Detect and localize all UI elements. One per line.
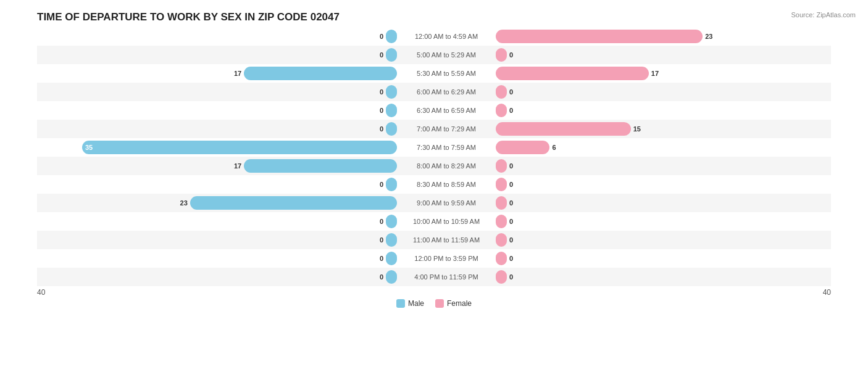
female-value: 0 (509, 181, 513, 188)
female-value: 15 (633, 125, 641, 133)
female-bar-zero (496, 252, 507, 265)
chart-container: TIME OF DEPARTURE TO WORK BY SEX IN ZIP … (0, 0, 868, 367)
male-section: 0 (37, 215, 397, 228)
female-section: 15 (496, 122, 856, 136)
male-section: 17 (37, 159, 397, 173)
female-bar-zero (496, 178, 507, 191)
male-bar-zero (386, 178, 397, 191)
male-bar-zero (386, 85, 397, 99)
female-bar (496, 30, 703, 43)
female-section: 0 (496, 104, 856, 117)
male-value: 0 (380, 51, 383, 59)
time-label: 11:00 AM to 11:59 AM (397, 236, 496, 244)
bar-row: 178:00 AM to 8:29 AM0 (37, 157, 831, 175)
male-value: 0 (380, 181, 383, 188)
male-bar-zero (386, 252, 397, 265)
time-label: 6:00 AM to 6:29 AM (397, 88, 496, 96)
bar-row: 357:30 AM to 7:59 AM6 (37, 138, 831, 157)
time-label: 8:30 AM to 8:59 AM (397, 181, 496, 188)
female-bar-zero (496, 159, 507, 173)
female-section: 0 (496, 252, 856, 265)
source-label: Source: ZipAtlas.com (791, 11, 856, 19)
female-section: 0 (496, 270, 856, 284)
female-section: 17 (496, 67, 856, 80)
male-section: 17 (37, 67, 397, 80)
female-bar-zero (496, 270, 507, 284)
time-label: 6:30 AM to 6:59 AM (397, 107, 496, 114)
male-value: 0 (380, 107, 383, 114)
male-value: 0 (380, 33, 383, 40)
male-bar-zero (386, 215, 397, 228)
female-value: 6 (552, 144, 556, 151)
legend: Male Female (12, 299, 856, 308)
female-value: 0 (509, 273, 513, 281)
male-bar-zero (386, 270, 397, 284)
male-color-box (396, 299, 405, 308)
male-bar-zero (386, 30, 397, 43)
bar-row: 07:00 AM to 7:29 AM15 (37, 120, 831, 138)
time-label: 5:30 AM to 5:59 AM (397, 70, 496, 77)
male-section: 0 (37, 85, 397, 99)
bar-row: 05:00 AM to 5:29 AM0 (37, 46, 831, 64)
female-value: 0 (509, 107, 513, 114)
male-section: 0 (37, 30, 397, 43)
female-section: 0 (496, 196, 856, 210)
female-value: 0 (509, 162, 513, 170)
female-value: 0 (509, 255, 513, 262)
male-bar-zero (386, 233, 397, 247)
bar-row: 175:30 AM to 5:59 AM17 (37, 64, 831, 83)
female-value: 23 (705, 33, 712, 40)
bar-row: 011:00 AM to 11:59 AM0 (37, 231, 831, 249)
male-value: 17 (234, 70, 241, 77)
female-value: 17 (651, 70, 659, 77)
axis-bottom: 4040 (37, 288, 831, 297)
chart-title: TIME OF DEPARTURE TO WORK BY SEX IN ZIP … (12, 11, 856, 23)
female-section: 0 (496, 178, 856, 191)
bar-row: 08:30 AM to 8:59 AM0 (37, 175, 831, 194)
chart-body: 012:00 AM to 4:59 AM2305:00 AM to 5:29 A… (12, 27, 856, 297)
male-section: 0 (37, 233, 397, 247)
male-bar-zero (386, 104, 397, 117)
female-bar (496, 67, 649, 80)
bar-row: 012:00 PM to 3:59 PM0 (37, 249, 831, 268)
male-value: 0 (380, 125, 383, 133)
male-bar-zero (386, 122, 397, 136)
female-section: 6 (496, 141, 856, 154)
bar-row: 012:00 AM to 4:59 AM23 (37, 27, 831, 46)
male-bar (244, 159, 397, 173)
rows-wrapper: 012:00 AM to 4:59 AM2305:00 AM to 5:29 A… (37, 27, 831, 286)
legend-male: Male (396, 299, 424, 308)
bar-row: 04:00 PM to 11:59 PM0 (37, 268, 831, 286)
bar-row: 239:00 AM to 9:59 AM0 (37, 194, 831, 212)
bar-row: 06:00 AM to 6:29 AM0 (37, 83, 831, 101)
bar-row: 06:30 AM to 6:59 AM0 (37, 101, 831, 120)
female-value: 0 (509, 199, 513, 207)
male-section: 0 (37, 270, 397, 284)
female-bar-zero (496, 196, 507, 210)
male-bar: 35 (82, 141, 397, 154)
female-color-box (435, 299, 444, 308)
female-section: 0 (496, 215, 856, 228)
female-section: 23 (496, 30, 856, 43)
male-bar-zero (386, 48, 397, 62)
time-label: 5:00 AM to 5:29 AM (397, 51, 496, 59)
male-value: 0 (380, 236, 383, 244)
female-bar (496, 122, 631, 136)
axis-left-label: 40 (37, 288, 45, 297)
female-section: 0 (496, 159, 856, 173)
time-label: 9:00 AM to 9:59 AM (397, 199, 496, 207)
male-section: 35 (37, 141, 397, 154)
time-label: 4:00 PM to 11:59 PM (397, 273, 496, 281)
male-bar (190, 196, 397, 210)
legend-female-label: Female (447, 299, 472, 308)
male-bar (244, 67, 397, 80)
male-value: 0 (380, 218, 383, 225)
time-label: 12:00 PM to 3:59 PM (397, 255, 496, 262)
time-label: 12:00 AM to 4:59 AM (397, 33, 496, 40)
time-label: 10:00 AM to 10:59 AM (397, 218, 496, 225)
female-section: 0 (496, 48, 856, 62)
male-value: 17 (234, 162, 241, 170)
female-value: 0 (509, 51, 513, 59)
female-value: 0 (509, 218, 513, 225)
legend-female: Female (435, 299, 472, 308)
